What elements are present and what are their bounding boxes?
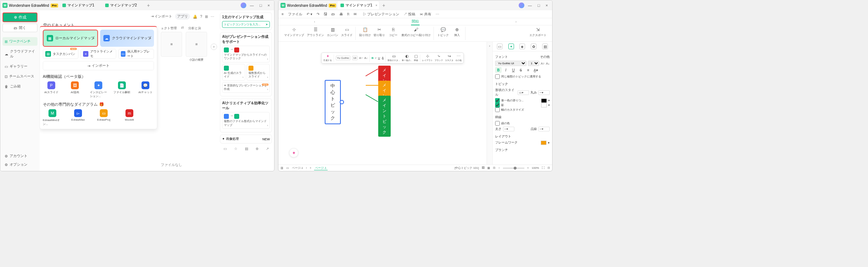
framework-swatch[interactable] xyxy=(541,141,546,145)
ribbon-prev-button[interactable]: ‹ xyxy=(314,20,315,24)
outline-memo-card[interactable]: ≡アウトラインメモ xyxy=(81,49,116,59)
width-custom-checkbox[interactable] xyxy=(495,107,500,112)
shadow-color-swatch[interactable] xyxy=(541,103,547,107)
page-tab[interactable]: ページ-1 xyxy=(314,166,327,170)
font-grow-button[interactable]: A↑ xyxy=(541,62,545,65)
shadow-checkbox[interactable] xyxy=(495,103,500,107)
multi-file-to-mindmap-card[interactable]: → 複数のファイル形式からマインドマップ› xyxy=(222,112,270,129)
canvas[interactable]: ✦生成する Yu Gothic 18 A↑ A↓ B I U A̲ ▭形状のスタ… xyxy=(278,42,487,165)
ai-generate-button[interactable]: ✦生成する xyxy=(323,54,332,62)
bell-icon[interactable]: 🔔 xyxy=(193,15,197,19)
local-mindmap-card[interactable]: ▦ ローカルマインドマップ + xyxy=(43,30,98,47)
ai-slide-gen-card[interactable]: AI 生成のスライド› xyxy=(222,64,245,81)
font-size-select[interactable]: 18 xyxy=(528,61,539,66)
panel-expand-button[interactable]: › xyxy=(487,42,492,165)
edrawmind-online-button[interactable]: MEdrawMindオン... xyxy=(43,109,62,126)
font-size-select[interactable]: 18 xyxy=(352,56,358,60)
ai-assistant-button[interactable]: ✦ xyxy=(289,148,298,157)
ai-draw-button[interactable]: 🖼AI描画 xyxy=(66,81,83,98)
font-shrink-button[interactable]: A↓ xyxy=(364,56,368,60)
zoom-in-button[interactable]: + xyxy=(527,166,529,170)
main-topic-node[interactable]: メイントピック xyxy=(378,96,391,137)
fit-button[interactable]: ⛶ xyxy=(542,166,545,170)
page-prev-button[interactable]: ‹ xyxy=(306,166,307,170)
sb-icon[interactable]: ▦ xyxy=(487,166,490,170)
edrawmax-button[interactable]: ▻EdrawMax xyxy=(68,109,88,126)
tab-mindmap-1[interactable]: マインドマップ1 xyxy=(60,1,101,9)
footer-icon[interactable]: ▤ xyxy=(245,147,248,151)
close-button[interactable]: × xyxy=(266,3,272,7)
help-icon[interactable]: ? xyxy=(200,15,202,19)
sb-icon[interactable]: 🖼 xyxy=(482,166,484,170)
open-folder-button[interactable]: 🗁 xyxy=(330,12,336,16)
avatar[interactable] xyxy=(519,2,524,8)
other-link[interactable]: その他 xyxy=(540,55,550,59)
layout-button[interactable]: ⊹レイアウト xyxy=(422,54,433,62)
align-button[interactable]: ≡ xyxy=(525,67,531,73)
prop-tab-5[interactable]: ▤ xyxy=(542,44,548,49)
shape-style-button[interactable]: ▭形状のスタ... xyxy=(387,54,400,62)
image-processing[interactable]: ✦ 画像処理 NEW xyxy=(220,135,272,143)
close-tab-icon[interactable]: × xyxy=(375,4,377,7)
template-card[interactable]: ▦ xyxy=(161,32,182,62)
rounded-select[interactable]: ─▾ xyxy=(538,90,550,95)
open-button[interactable]: 🗁 開く xyxy=(2,24,37,32)
multi-format-slide-card[interactable]: 複数形式からスライド› xyxy=(247,64,270,81)
template-tab[interactable]: 分析と決 xyxy=(188,26,201,31)
italic-button[interactable]: I xyxy=(503,67,509,73)
font-family-select[interactable]: Yu Gothic xyxy=(336,56,350,60)
center-topic-node[interactable]: 中心トピック xyxy=(325,80,341,124)
sb-more-button[interactable]: ⊡ xyxy=(548,166,550,170)
border-button[interactable]: ▢枠線 xyxy=(414,54,418,62)
ribbon-next-button[interactable]: › xyxy=(515,20,517,24)
create-button[interactable]: ⊕ 作成 xyxy=(2,12,37,22)
grid-icon[interactable]: ⊞ xyxy=(205,15,208,19)
border-color-checkbox[interactable] xyxy=(495,121,500,126)
template-tab[interactable]: IT xyxy=(181,26,184,31)
presentation-button[interactable]: ▷ プレゼンテーション xyxy=(362,12,401,17)
ribbon-tab-start[interactable]: 開始 xyxy=(411,18,420,25)
personal-template-card[interactable]: ▭個人用テンプレート xyxy=(118,49,154,59)
sidebar-item-cloud[interactable]: ☁クラウドファイル xyxy=(2,47,37,61)
font-color-button[interactable]: A̲ xyxy=(382,56,384,60)
sb-icon[interactable]: ⊡ xyxy=(493,166,495,170)
ai-inspiration-button[interactable]: ✦インスピレーション... xyxy=(90,81,107,98)
fill-color-swatch[interactable] xyxy=(541,99,547,103)
topic-input[interactable]: トピックコンテンツを入力...➤ xyxy=(222,21,270,28)
shape-select[interactable]: ▭▾ xyxy=(518,90,529,95)
import-button[interactable]: ⇥インポート xyxy=(43,61,154,70)
branch-button[interactable]: ⤷ブランチ xyxy=(435,54,443,62)
underline-button[interactable]: U xyxy=(378,56,380,60)
new-tab-button[interactable]: + xyxy=(380,2,387,8)
send-icon[interactable]: ➤ xyxy=(266,23,268,26)
sidebar-item-gallery[interactable]: ▭ギャラリー xyxy=(2,62,37,71)
post-button[interactable]: ↗ 投稿 xyxy=(402,12,416,17)
font-shrink-button[interactable]: A↓ xyxy=(546,62,550,65)
prop-tab-4[interactable]: ✿ xyxy=(531,44,536,49)
font-color-button[interactable]: A̲▾ xyxy=(533,67,539,73)
mockitt-button[interactable]: mMockitt xyxy=(120,109,139,126)
font-family-select[interactable]: Yu Gothic UI xyxy=(495,61,527,66)
font-grow-button[interactable]: A↑ xyxy=(359,56,363,60)
footer-icon[interactable]: ↗ xyxy=(266,147,269,151)
format-painter-button[interactable]: 🖌書式のコピー/貼り付け xyxy=(401,27,431,40)
single-fill-checkbox[interactable] xyxy=(495,98,500,103)
apps-button[interactable]: アプリ xyxy=(175,13,190,20)
sidebar-item-trash[interactable]: 🗑ごみ箱 xyxy=(2,82,37,91)
view-kanban-button[interactable]: ▥カンバン xyxy=(327,27,338,40)
single-color-button[interactable]: ◐単一色の... xyxy=(402,54,412,62)
view-mindmap-button[interactable]: ⊹マインドマップ xyxy=(284,27,304,40)
maximize-button[interactable]: □ xyxy=(257,3,264,7)
undo-button[interactable]: ↶ ▾ xyxy=(305,12,313,16)
dash-select[interactable]: ─▾ xyxy=(538,127,550,131)
view-outline-button[interactable]: ☰アウトライン xyxy=(307,27,324,40)
import-link[interactable]: ⇥ インポート xyxy=(151,14,173,19)
export-button[interactable]: ⇲エクスポート xyxy=(529,27,546,40)
share-button[interactable]: ⫘ 共有 xyxy=(418,12,432,17)
new-tab-button[interactable]: + xyxy=(145,2,152,8)
tab-mindmap-2[interactable]: マインドマップ2 xyxy=(102,1,144,9)
zoom-slider[interactable] xyxy=(503,168,524,168)
avatar[interactable] xyxy=(241,2,246,8)
sidebar-item-options[interactable]: ⚙オプション xyxy=(2,160,37,169)
prop-tab-1[interactable]: ▭ xyxy=(497,44,503,49)
